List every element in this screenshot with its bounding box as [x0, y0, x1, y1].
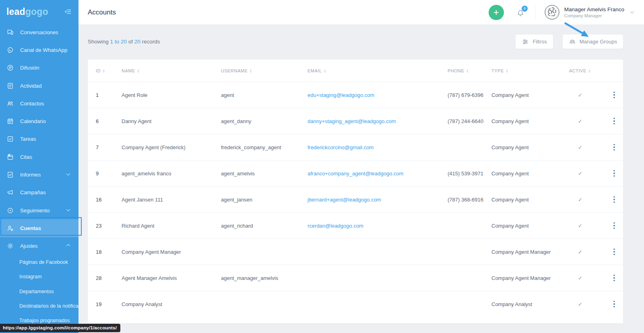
row-name: Danny Agent	[122, 118, 221, 124]
column-header-type[interactable]: TYPE▴▾	[491, 68, 569, 73]
sidebar-item-calendario[interactable]: Calendario	[0, 112, 78, 130]
user-menu[interactable]: Manager Amelvis Franco Company Manager	[545, 5, 634, 20]
add-button[interactable]: +	[489, 5, 504, 20]
row-menu-kebab-icon[interactable]	[611, 298, 617, 310]
divider	[535, 5, 536, 20]
active-check-icon: ✓	[569, 249, 608, 255]
table-body: 1Agent Roleagentedu+staging@leadgogo.com…	[88, 82, 623, 317]
row-username: agent	[221, 92, 308, 98]
sidebar-item-informes[interactable]: Informes	[0, 166, 78, 183]
row-menu-kebab-icon[interactable]	[611, 115, 617, 127]
sidebar-item-cuentas[interactable]: Cuentas	[0, 219, 78, 237]
sidebar-item-contactos[interactable]: Contactos	[0, 95, 78, 112]
row-username: agent_manager_amelvis	[221, 275, 308, 281]
sidebar-subitem[interactable]: Destinatarios de la notificaci	[0, 299, 78, 313]
sidebar-item-label: Cuentas	[20, 225, 41, 231]
content-area: Showing 1 to 20 of 20 records Filtros Ma…	[78, 25, 644, 333]
row-email-link[interactable]: danny+staging_agent@leadgogo.com	[308, 118, 396, 124]
collapse-sidebar-icon[interactable]	[64, 8, 72, 16]
row-type: Company Agent Manager	[491, 275, 569, 281]
people-icon	[6, 100, 14, 107]
row-email-link[interactable]: frederickcorcino@gmail.com	[308, 144, 374, 150]
sidebar-item-label: Seguimiento	[20, 208, 50, 214]
row-id: 7	[96, 144, 122, 150]
row-email-link[interactable]: edu+staging@leadgogo.com	[308, 92, 374, 98]
row-menu-kebab-icon[interactable]	[611, 194, 617, 205]
sidebar-item-seguimiento[interactable]: Seguimiento	[0, 201, 78, 219]
table-row: 6Danny Agentagent_dannydanny+staging_age…	[88, 108, 623, 134]
sidebar-item-actividad[interactable]: Actividad	[0, 77, 78, 95]
filters-button[interactable]: Filtros	[516, 35, 553, 49]
row-phone: (415) 539-3971	[448, 171, 491, 177]
leadgogo-logo[interactable]: leadgogo	[6, 6, 48, 17]
user-gear-icon	[6, 224, 14, 232]
sidebar-item-label: Tareas	[20, 136, 36, 142]
sidebar-subitem[interactable]: Instagram	[0, 269, 78, 284]
row-name: Agent Role	[122, 92, 221, 98]
row-id: 6	[96, 118, 122, 124]
row-email-link[interactable]: jbernard+agent@leadgogo.com	[308, 197, 381, 203]
row-id: 23	[96, 223, 122, 229]
row-type: Company Agent	[491, 171, 569, 177]
sidebar-item-tareas[interactable]: Tareas	[0, 130, 78, 148]
chevron-down-icon	[630, 10, 634, 14]
column-header-id[interactable]: ID▴▾	[96, 68, 122, 73]
row-id: 18	[96, 249, 122, 255]
row-menu-kebab-icon[interactable]	[611, 89, 617, 101]
target-icon	[6, 207, 14, 214]
megaphone-icon	[6, 189, 14, 196]
row-menu-kebab-icon[interactable]	[611, 246, 617, 257]
notifications-bell-icon[interactable]: 9	[516, 8, 525, 17]
table-row: 28Agent Manager Amelvisagent_manager_ame…	[88, 265, 623, 291]
active-check-icon: ✓	[569, 275, 608, 281]
accounts-table: ID▴▾NAME▴▾USERNAME▴▾EMAIL▴▾PHONE▴▾TYPE▴▾…	[88, 60, 623, 323]
row-id: 9	[96, 171, 122, 177]
row-menu-kebab-icon[interactable]	[611, 272, 617, 284]
table-row: 7Company Agent (Frederick)frederick_comp…	[88, 134, 623, 160]
sidebar-menu: ConversacionesCanal de WhatsAppDifusiónA…	[0, 23, 78, 328]
whatsapp-icon	[6, 46, 14, 54]
column-header-username[interactable]: USERNAME▴▾	[221, 68, 308, 73]
sidebar-item-citas[interactable]: Citas	[0, 148, 78, 166]
chat-icon	[6, 29, 14, 36]
column-header-email[interactable]: EMAIL▴▾	[308, 68, 448, 73]
sidebar-item-canal-whatsapp[interactable]: Canal de WhatsApp	[0, 41, 78, 59]
appointment-icon	[6, 153, 14, 161]
row-email-link[interactable]: rcerdan@leadgogo.com	[308, 223, 363, 229]
user-name: Manager Amelvis Franco	[564, 6, 624, 12]
user-role: Company Manager	[564, 13, 624, 18]
row-username: frederick_company_agent	[221, 144, 308, 150]
sidebar-subitem[interactable]: Departamentos	[0, 284, 78, 298]
sort-icon: ▴▾	[103, 69, 105, 73]
sidebar-item-conversaciones[interactable]: Conversaciones	[0, 23, 78, 41]
row-phone: (787) 244-6640	[448, 118, 491, 124]
sort-icon: ▴▾	[250, 69, 252, 73]
sidebar-subitem[interactable]: Páginas de Facebook	[0, 255, 78, 269]
task-check-icon	[6, 135, 14, 143]
column-header-active[interactable]: ACTIVE▴▾	[569, 68, 608, 73]
column-header-name[interactable]: NAME▴▾	[122, 68, 221, 73]
manage-groups-button[interactable]: Manage Groups	[563, 35, 623, 49]
chevron-down-icon	[66, 172, 70, 176]
row-type: Company Agent Manager	[491, 249, 569, 255]
sidebar-item-ajustes[interactable]: Ajustes	[0, 237, 78, 255]
row-menu-kebab-icon[interactable]	[611, 168, 617, 179]
row-type: Company Agent	[491, 92, 569, 98]
row-menu-kebab-icon[interactable]	[611, 220, 617, 231]
row-menu-kebab-icon[interactable]	[611, 142, 617, 153]
status-bar-url: https://app.lggstaging.com/i/company/1/a…	[0, 324, 120, 332]
table-row: 9agent_amelvis francoagent_amelvisafranc…	[88, 160, 623, 186]
sidebar-item-label: Ajustes	[20, 243, 37, 249]
sort-icon: ▴▾	[324, 69, 326, 73]
table-row: 1Agent Roleagentedu+staging@leadgogo.com…	[88, 82, 623, 108]
row-id: 28	[96, 275, 122, 281]
row-email-link[interactable]: afranco+company_agent@leadgogo.com	[308, 171, 403, 177]
sidebar-item-label: Difusión	[20, 65, 39, 71]
column-header-phone[interactable]: PHONE▴▾	[448, 68, 491, 73]
row-type: Company Agent	[491, 118, 569, 124]
page-title: Accounts	[88, 8, 116, 16]
row-id: 19	[96, 301, 122, 307]
sidebar-item-difusion[interactable]: Difusión	[0, 59, 78, 77]
sidebar-item-campanas[interactable]: Campañas	[0, 184, 78, 201]
sliders-icon	[522, 38, 529, 45]
